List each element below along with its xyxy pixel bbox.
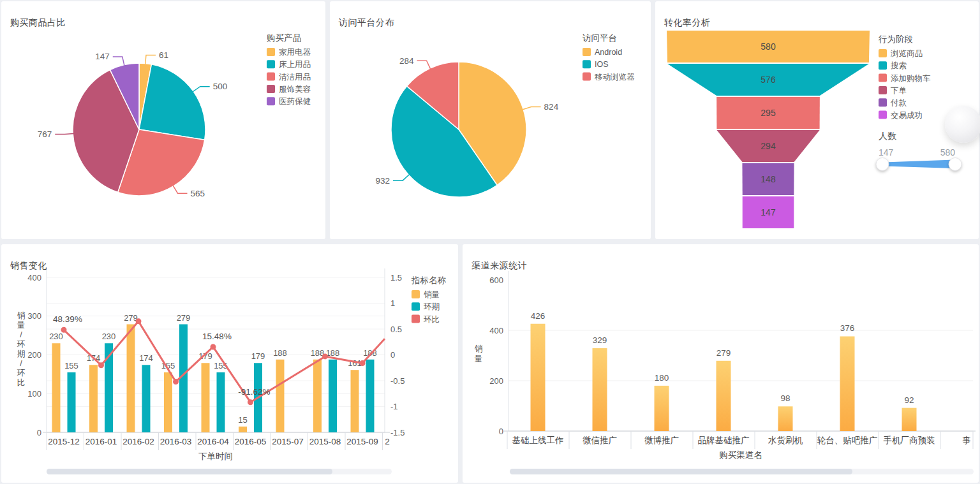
funnel-piece-label-1: 576 [761, 75, 776, 85]
sales-xaxis-name: 下单时间 [198, 451, 233, 461]
sales-line-point-5[interactable] [248, 399, 253, 405]
sales-yaxis-tick-4: 0 [37, 428, 41, 437]
platform-value-label-2: 284 [399, 56, 414, 66]
sales-bar-label-0-0: 230 [49, 332, 63, 341]
platform-legend-label-0: Android [595, 48, 622, 57]
purchase-slice-1[interactable] [139, 64, 205, 140]
sales-bar-环期-7[interactable] [329, 360, 337, 432]
sales-category-label-6: 2015-07 [272, 437, 304, 446]
purchase-label-line-3 [55, 133, 73, 134]
channel-bar-0[interactable] [531, 324, 546, 431]
channel-bar-label-3: 279 [716, 348, 731, 358]
sales-bar-销量-1[interactable] [89, 365, 98, 432]
sales-bar-环期-8[interactable] [366, 360, 375, 432]
sales-yaxis-tick-2: 200 [27, 350, 41, 360]
channel-yaxis-tick-0: 600 [489, 275, 503, 285]
sales-category-label-4: 2016-04 [197, 437, 229, 446]
funnel-legend-swatch-5 [879, 111, 887, 119]
sales-bar-label-0-6: 188 [273, 348, 287, 358]
sales-category-label-0: 2015-12 [48, 437, 80, 446]
purchase-legend-swatch-4 [267, 97, 275, 105]
sales-yaxis-name-char: 销 [17, 311, 26, 320]
purchase-value-label-0: 61 [159, 50, 168, 60]
sales-line-point-label-5: -91.62% [238, 387, 270, 397]
assistive-ball[interactable] [945, 106, 980, 143]
funnel-range-handle-min[interactable] [876, 158, 889, 171]
channel-bar-1[interactable] [593, 348, 607, 431]
sales-yaxis2-tick-1: 1 [390, 298, 395, 308]
sales-bar-销量-4[interactable] [202, 363, 210, 432]
sales-datazoom-thumb[interactable] [47, 469, 332, 474]
funnel-range-handle-max[interactable] [949, 158, 961, 171]
purchase-label-line-2 [173, 186, 187, 193]
sales-category-label-1: 2016-01 [85, 437, 117, 446]
sales-category-label-7: 2015-08 [309, 437, 341, 446]
channel-category-label-6: 手机厂商预装 [884, 436, 935, 445]
sales-bar-环期-4[interactable] [217, 372, 225, 432]
sales-bar-label-0-5: 15 [238, 415, 247, 425]
platform-legend-swatch-2 [583, 73, 591, 81]
sales-bar-销量-5[interactable] [239, 427, 247, 432]
sales-yaxis-name-char: 期 [17, 349, 26, 358]
sales-bar-销量-6[interactable] [276, 360, 285, 432]
funnel-legend-label-1: 搜索 [891, 61, 907, 70]
funnel-range-bar[interactable] [884, 160, 954, 169]
sales-line-point-8[interactable] [360, 360, 366, 366]
sales-legend-swatch-0 [412, 290, 420, 298]
sales-bar-环期-2[interactable] [142, 365, 151, 432]
channel-yaxis-tick-1: 400 [489, 326, 503, 335]
sales-line-point-4[interactable] [211, 344, 216, 349]
funnel-legend-swatch-2 [879, 74, 887, 82]
funnel-range-title: 人数 [879, 131, 896, 141]
channel-category-label-7: 事 [962, 436, 971, 445]
funnel-legend-swatch-3 [879, 86, 887, 94]
sales-line-point-2[interactable] [136, 318, 142, 324]
sales-bar-销量-8[interactable] [351, 370, 359, 432]
channel-bar-2[interactable] [655, 386, 669, 431]
channel-yaxis-tick-3: 0 [499, 427, 503, 436]
channel-category-label-1: 微信推广 [583, 436, 617, 445]
sales-category-label-2: 2016-02 [122, 437, 154, 446]
channel-datazoom-thumb[interactable] [510, 469, 852, 474]
sales-yaxis2-tick-6: -1.5 [390, 428, 405, 437]
channel-bar-3[interactable] [716, 361, 731, 431]
platform-legend-label-1: IOS [595, 60, 609, 69]
purchase-legend-swatch-1 [267, 60, 275, 68]
channel-bar-5[interactable] [840, 336, 855, 431]
funnel-legend-label-0: 浏览商品 [890, 49, 923, 58]
panel-title-conversion-analysis: 转化率分析 [664, 17, 711, 29]
sales-yaxis-name-char: 量 [17, 321, 26, 330]
sales-line-point-7[interactable] [322, 353, 328, 359]
platform-label-line-1 [393, 175, 409, 180]
purchase-label-line-4 [113, 57, 124, 66]
funnel-legend-label-5: 交易成功 [891, 111, 923, 120]
platform-value-label-1: 932 [376, 176, 390, 186]
sales-bar-销量-7[interactable] [313, 360, 322, 432]
channel-bar-label-1: 329 [593, 335, 607, 345]
sales-legend-label-0: 销量 [424, 290, 440, 299]
sales-line-point-0[interactable] [61, 327, 67, 333]
sales-bar-环期-0[interactable] [68, 372, 76, 432]
sales-legend-title: 指标名称 [411, 275, 447, 285]
sales-bar-销量-2[interactable] [127, 325, 135, 432]
platform-legend-swatch-1 [583, 60, 591, 68]
funnel-legend-swatch-4 [879, 98, 887, 106]
sales-bar-label-1-2: 174 [139, 353, 153, 363]
channel-bar-4[interactable] [778, 406, 793, 431]
sales-yaxis2-tick-4: -0.5 [390, 376, 405, 386]
sales-yaxis-tick-0: 400 [27, 273, 41, 282]
sales-bar-label-1-0: 155 [64, 361, 78, 370]
sales-bar-销量-3[interactable] [164, 372, 172, 432]
purchase-legend-title: 购买产品 [267, 33, 301, 43]
purchase-value-label-2: 565 [191, 189, 205, 198]
sales-yaxis2-tick-3: 0 [390, 350, 395, 360]
sales-line-point-1[interactable] [98, 362, 104, 368]
channel-bar-6[interactable] [902, 408, 917, 431]
sales-line-point-3[interactable] [173, 379, 179, 385]
sales-bar-label-1-3: 279 [177, 313, 191, 323]
purchase-share-pie-chart: 61500565767147购买产品家用电器床上用品清洁用品服饰美容医药保健 [1, 1, 325, 239]
purchase-legend-label-2: 清洁用品 [279, 73, 311, 82]
purchase-legend-label-1: 床上用品 [279, 60, 311, 69]
sales-bar-销量-0[interactable] [52, 343, 61, 432]
purchase-label-line-0 [145, 55, 156, 64]
